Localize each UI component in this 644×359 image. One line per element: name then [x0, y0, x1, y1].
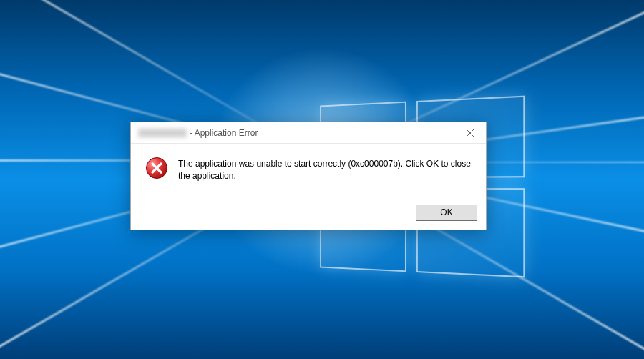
app-name-blurred: [138, 129, 187, 137]
dialog-title: - Application Error: [190, 128, 258, 138]
dialog-button-row: OK: [131, 199, 486, 230]
close-icon: [467, 129, 474, 137]
ok-button[interactable]: OK: [416, 205, 477, 221]
close-button[interactable]: [454, 122, 486, 144]
error-icon: [145, 157, 168, 180]
error-dialog: - Application Error: [130, 122, 487, 230]
error-message: The application was unable to start corr…: [178, 157, 472, 183]
dialog-content: The application was unable to start corr…: [131, 144, 486, 199]
dialog-titlebar[interactable]: - Application Error: [131, 122, 486, 144]
